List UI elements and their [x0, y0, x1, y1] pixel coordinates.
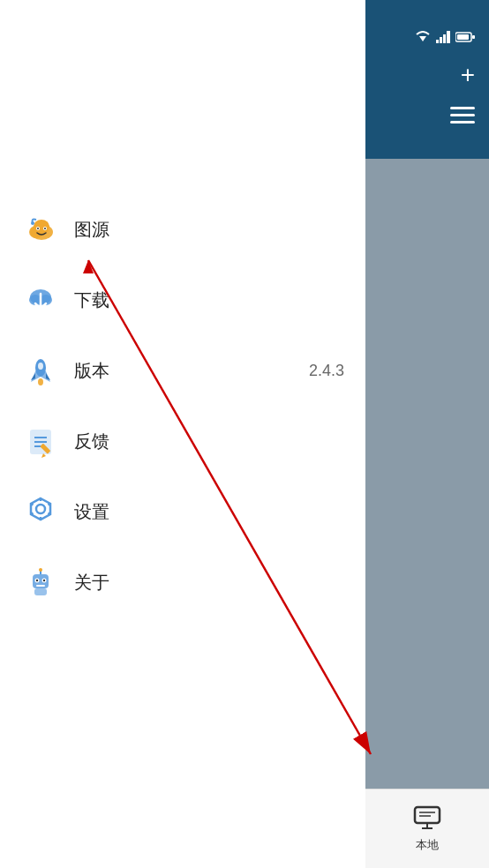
svg-marker-0	[419, 36, 426, 41]
menu-list: 图源 下载	[0, 194, 365, 617]
bottom-nav[interactable]: 本地	[365, 789, 489, 868]
svg-point-25	[38, 378, 43, 385]
menu-item-tuyuan[interactable]: 图源	[0, 194, 365, 265]
menu-label-feedback: 反馈	[74, 430, 344, 453]
svg-line-36	[31, 504, 34, 505]
svg-line-38	[31, 513, 34, 515]
svg-rect-6	[457, 34, 469, 40]
svg-rect-7	[472, 35, 475, 39]
svg-point-47	[39, 568, 42, 572]
menu-item-download[interactable]: 下载	[0, 265, 365, 335]
download-icon	[21, 281, 60, 319]
menu-label-about: 关于	[74, 571, 344, 595]
svg-point-33	[36, 505, 45, 513]
menu-label-download: 下载	[74, 288, 344, 312]
svg-point-22	[38, 363, 43, 370]
right-panel: +	[365, 0, 489, 868]
tuyuan-icon	[21, 210, 60, 249]
local-icon	[413, 805, 441, 834]
svg-rect-49	[415, 807, 440, 823]
svg-rect-2	[440, 37, 442, 43]
svg-line-37	[49, 513, 51, 515]
feedback-icon	[21, 422, 60, 460]
signal-icon	[436, 31, 450, 43]
menu-label-version: 版本	[74, 359, 309, 383]
hamburger-menu[interactable]	[450, 107, 475, 123]
menu-value-version: 2.4.3	[309, 362, 344, 380]
battery-icon	[455, 32, 475, 42]
svg-rect-1	[436, 40, 439, 43]
svg-line-39	[49, 504, 51, 505]
svg-point-10	[34, 220, 49, 234]
menu-label-settings: 设置	[74, 500, 344, 524]
svg-point-15	[31, 221, 34, 225]
menu-item-settings[interactable]: 设置	[0, 476, 365, 547]
svg-point-44	[43, 580, 45, 581]
svg-point-43	[36, 580, 38, 581]
wifi-icon	[415, 31, 431, 43]
version-icon	[21, 351, 60, 390]
menu-item-about[interactable]: 关于	[0, 547, 365, 617]
svg-rect-3	[443, 34, 446, 43]
bottom-nav-label: 本地	[416, 837, 439, 853]
svg-marker-32	[31, 498, 50, 520]
menu-item-version[interactable]: 版本 2.4.3	[0, 335, 365, 406]
svg-point-13	[37, 228, 39, 229]
about-icon	[21, 563, 60, 602]
svg-rect-48	[34, 588, 47, 595]
svg-rect-4	[447, 31, 450, 43]
settings-icon	[21, 492, 60, 531]
menu-item-feedback[interactable]: 反馈	[0, 406, 365, 476]
menu-label-tuyuan: 图源	[74, 218, 344, 242]
right-panel-header: +	[365, 0, 489, 159]
svg-point-14	[44, 228, 46, 229]
svg-rect-45	[36, 585, 45, 587]
add-button[interactable]: +	[461, 61, 475, 89]
